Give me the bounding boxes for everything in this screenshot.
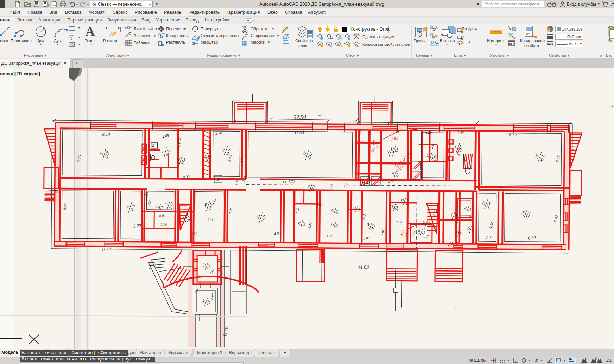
svg-text:52: 52 — [201, 298, 206, 304]
svg-text:2.50: 2.50 — [147, 200, 152, 207]
svg-text:49: 49 — [203, 202, 208, 207]
svg-text:3.85: 3.85 — [363, 236, 370, 240]
svg-text:2.70: 2.70 — [215, 130, 222, 135]
svg-text:29: 29 — [481, 200, 486, 206]
svg-text:17: 17 — [400, 229, 405, 234]
svg-text:2.9: 2.9 — [458, 231, 463, 236]
svg-text:2.5: 2.5 — [334, 209, 339, 215]
svg-text:2.50: 2.50 — [457, 130, 464, 135]
svg-text:43: 43 — [297, 221, 302, 225]
svg-text:13=7.76: 13=7.76 — [282, 179, 295, 184]
svg-text:14.5: 14.5 — [225, 148, 231, 156]
svg-text:1.3: 1.3 — [367, 131, 372, 136]
svg-text:1.33: 1.33 — [329, 184, 334, 190]
svg-text:6.00: 6.00 — [528, 235, 536, 240]
svg-text:1.35: 1.35 — [234, 179, 239, 186]
svg-text:4.60: 4.60 — [228, 207, 232, 214]
svg-text:10.2: 10.2 — [165, 149, 171, 157]
svg-text:3.7: 3.7 — [401, 234, 407, 239]
svg-text:11.70: 11.70 — [102, 247, 111, 252]
svg-text:4: 4 — [125, 205, 130, 209]
svg-text:3.25: 3.25 — [424, 130, 432, 135]
svg-text:1.6: 1.6 — [470, 228, 475, 232]
svg-text:14: 14 — [221, 148, 226, 153]
svg-text:2.60: 2.60 — [208, 217, 215, 222]
svg-text:5.54: 5.54 — [488, 222, 494, 229]
svg-text:42: 42 — [330, 222, 335, 227]
svg-text:2.50: 2.50 — [486, 235, 493, 239]
svg-text:14.8: 14.8 — [180, 157, 186, 165]
svg-text:23: 23 — [391, 171, 395, 176]
svg-text:13: 13 — [203, 155, 208, 159]
svg-text:1.15: 1.15 — [411, 230, 416, 237]
svg-text:6.00: 6.00 — [133, 223, 141, 228]
svg-text:1.42: 1.42 — [295, 207, 300, 214]
svg-text:13.9: 13.9 — [168, 202, 174, 209]
svg-text:3.26: 3.26 — [326, 234, 333, 238]
svg-text:2.85: 2.85 — [388, 179, 394, 183]
svg-text:41: 41 — [330, 208, 335, 213]
svg-text:34: 34 — [449, 212, 454, 217]
svg-text:31: 31 — [463, 206, 468, 211]
svg-text:3.2: 3.2 — [302, 222, 306, 227]
svg-text:2.65: 2.65 — [162, 133, 169, 139]
svg-text:5.55: 5.55 — [239, 157, 244, 163]
svg-text:6.55: 6.55 — [63, 203, 68, 210]
svg-text:34.63: 34.63 — [356, 264, 369, 270]
svg-text:2.17: 2.17 — [422, 234, 429, 239]
svg-text:4.60: 4.60 — [316, 203, 323, 207]
svg-text:8.3: 8.3 — [373, 143, 379, 149]
svg-text:3: 3 — [164, 202, 169, 206]
svg-text:2.6: 2.6 — [356, 207, 361, 212]
svg-text:1.90: 1.90 — [381, 229, 386, 236]
svg-text:2.50: 2.50 — [160, 222, 168, 226]
svg-text:2.40: 2.40 — [307, 222, 312, 229]
svg-text:2.47: 2.47 — [194, 287, 200, 293]
svg-text:5: 5 — [99, 152, 105, 155]
svg-text:30: 30 — [386, 150, 391, 154]
svg-text:18: 18 — [372, 139, 377, 145]
svg-text:5.50: 5.50 — [555, 155, 561, 163]
svg-text:7.8: 7.8 — [334, 223, 339, 229]
svg-text:4.15: 4.15 — [211, 198, 217, 205]
svg-text:10.8: 10.8 — [404, 199, 409, 206]
svg-text:13.8: 13.8 — [485, 201, 492, 209]
svg-text:12: 12 — [176, 157, 181, 162]
svg-text:33: 33 — [454, 230, 459, 235]
svg-text:5.70: 5.70 — [176, 142, 182, 150]
svg-text:48: 48 — [256, 214, 261, 219]
svg-text:6: 6 — [160, 151, 165, 154]
svg-text:11: 11 — [155, 205, 159, 209]
svg-text:4.00: 4.00 — [274, 231, 281, 236]
svg-text:2.60: 2.60 — [209, 293, 215, 300]
svg-text:3: 3 — [611, 104, 614, 109]
svg-text:8.00: 8.00 — [183, 174, 190, 179]
svg-text:~: ~ — [318, 113, 321, 118]
svg-text:33.3: 33.3 — [129, 204, 136, 213]
svg-text:32: 32 — [466, 226, 471, 231]
svg-text:5.47: 5.47 — [553, 214, 559, 223]
svg-text:3.4: 3.4 — [208, 156, 213, 161]
svg-text:8.75: 8.75 — [509, 132, 517, 137]
svg-text:2.07: 2.07 — [361, 213, 367, 221]
svg-text:6.4: 6.4 — [205, 300, 211, 306]
svg-text:7.5: 7.5 — [159, 206, 164, 211]
svg-text:16.0: 16.0 — [260, 214, 266, 222]
svg-text:8.10: 8.10 — [102, 131, 110, 137]
svg-text:47.8: 47.8 — [104, 151, 110, 159]
svg-text:36: 36 — [417, 229, 422, 234]
svg-text:2.63: 2.63 — [395, 219, 402, 224]
svg-text:9.2: 9.2 — [370, 224, 376, 230]
svg-text:8.03: 8.03 — [159, 213, 166, 218]
svg-text:2.88: 2.88 — [391, 136, 399, 142]
svg-text:2.20: 2.20 — [191, 231, 197, 236]
svg-text:11.55: 11.55 — [294, 129, 304, 135]
svg-text:32: 32 — [390, 146, 395, 151]
svg-text:5.50: 5.50 — [76, 154, 82, 163]
svg-text:7.2: 7.2 — [344, 183, 348, 188]
svg-text:52.90: 52.90 — [293, 114, 306, 120]
